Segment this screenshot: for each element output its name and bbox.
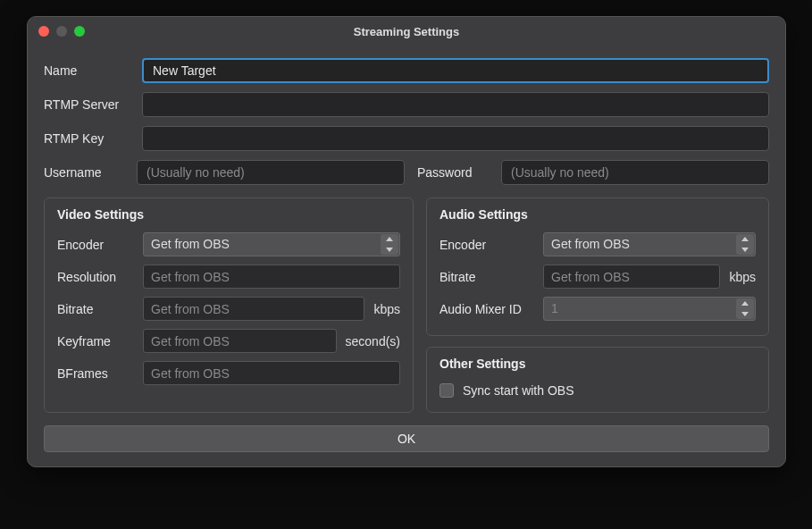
audio-encoder-label: Encoder [439, 238, 536, 252]
audio-encoder-select-wrap: Get from OBS [543, 232, 756, 256]
chevron-up-icon[interactable] [736, 298, 754, 309]
sync-start-label[interactable]: Sync start with OBS [463, 383, 573, 398]
audio-mixer-label: Audio Mixer ID [439, 302, 536, 316]
row-video-bframes: BFrames [57, 361, 400, 385]
audio-encoder-select[interactable]: Get from OBS [543, 232, 756, 256]
video-resolution-input[interactable] [143, 264, 400, 289]
video-keyframe-unit: second(s) [344, 334, 400, 348]
other-settings-panel: Other Settings Sync start with OBS [426, 347, 769, 413]
minimize-icon[interactable] [56, 26, 67, 37]
video-bframes-label: BFrames [57, 366, 136, 381]
row-rtmp-server: RTMP Server [44, 92, 769, 117]
dialog-footer: OK [44, 425, 769, 452]
video-bitrate-unit: kbps [372, 302, 400, 316]
row-audio-mixer: Audio Mixer ID 1 [439, 297, 756, 321]
row-audio-bitrate: Bitrate kbps [439, 264, 756, 289]
chevron-down-icon[interactable] [736, 309, 754, 320]
video-settings-panel: Video Settings Encoder Get from OBS Reso… [44, 197, 414, 413]
video-keyframe-label: Keyframe [57, 334, 136, 348]
row-video-keyframe: Keyframe second(s) [57, 329, 400, 353]
rtmp-key-label: RTMP Key [44, 131, 142, 146]
audio-encoder-stepper[interactable] [736, 234, 754, 255]
video-settings-title: Video Settings [57, 207, 400, 222]
password-input[interactable] [501, 160, 769, 185]
video-bitrate-input[interactable] [143, 297, 364, 321]
audio-mixer-select-wrap: 1 [543, 297, 756, 321]
rtmp-server-input[interactable] [142, 92, 769, 117]
video-encoder-label: Encoder [57, 238, 136, 252]
video-resolution-label: Resolution [57, 270, 136, 284]
audio-bitrate-input[interactable] [543, 264, 720, 289]
audio-mixer-stepper[interactable] [736, 298, 754, 319]
row-sync-start: Sync start with OBS [439, 382, 756, 399]
audio-settings-title: Audio Settings [439, 207, 756, 222]
video-encoder-stepper[interactable] [381, 234, 398, 255]
audio-bitrate-label: Bitrate [439, 270, 536, 284]
row-video-encoder: Encoder Get from OBS [57, 232, 400, 256]
chevron-up-icon[interactable] [381, 234, 398, 245]
close-icon[interactable] [38, 26, 49, 37]
video-bitrate-label: Bitrate [57, 302, 136, 316]
video-keyframe-input[interactable] [143, 329, 337, 353]
row-credentials: Username Password [44, 160, 769, 185]
name-label: Name [44, 63, 142, 78]
chevron-down-icon[interactable] [736, 245, 754, 256]
video-encoder-select-wrap: Get from OBS [143, 232, 400, 256]
traffic-lights [38, 26, 85, 37]
rtmp-key-input[interactable] [142, 126, 769, 151]
username-label: Username [44, 165, 124, 180]
row-video-resolution: Resolution [57, 264, 400, 289]
sync-start-checkbox[interactable] [439, 383, 454, 398]
audio-bitrate-unit: kbps [727, 270, 756, 284]
other-settings-title: Other Settings [439, 357, 756, 371]
audio-mixer-select[interactable]: 1 [543, 297, 756, 321]
row-audio-encoder: Encoder Get from OBS [439, 232, 756, 256]
titlebar: Streaming Settings [28, 17, 785, 46]
chevron-down-icon[interactable] [381, 245, 398, 256]
dialog-title: Streaming Settings [28, 25, 785, 38]
username-input[interactable] [137, 160, 405, 185]
row-name: Name [44, 58, 769, 83]
dialog-body: Name RTMP Server RTMP Key Username Passw… [28, 46, 785, 466]
video-encoder-select[interactable]: Get from OBS [143, 232, 400, 256]
ok-button[interactable]: OK [44, 425, 769, 452]
chevron-up-icon[interactable] [736, 234, 754, 245]
panels: Video Settings Encoder Get from OBS Reso… [44, 197, 769, 413]
streaming-settings-dialog: Streaming Settings Name RTMP Server RTMP… [27, 16, 786, 467]
video-bframes-input[interactable] [143, 361, 400, 385]
rtmp-server-label: RTMP Server [44, 97, 142, 112]
maximize-icon[interactable] [74, 26, 85, 37]
audio-settings-panel: Audio Settings Encoder Get from OBS B [426, 197, 769, 336]
password-label: Password [417, 165, 489, 180]
name-input[interactable] [142, 58, 769, 83]
right-panels: Audio Settings Encoder Get from OBS B [426, 197, 769, 413]
row-video-bitrate: Bitrate kbps [57, 297, 400, 321]
row-rtmp-key: RTMP Key [44, 126, 769, 151]
